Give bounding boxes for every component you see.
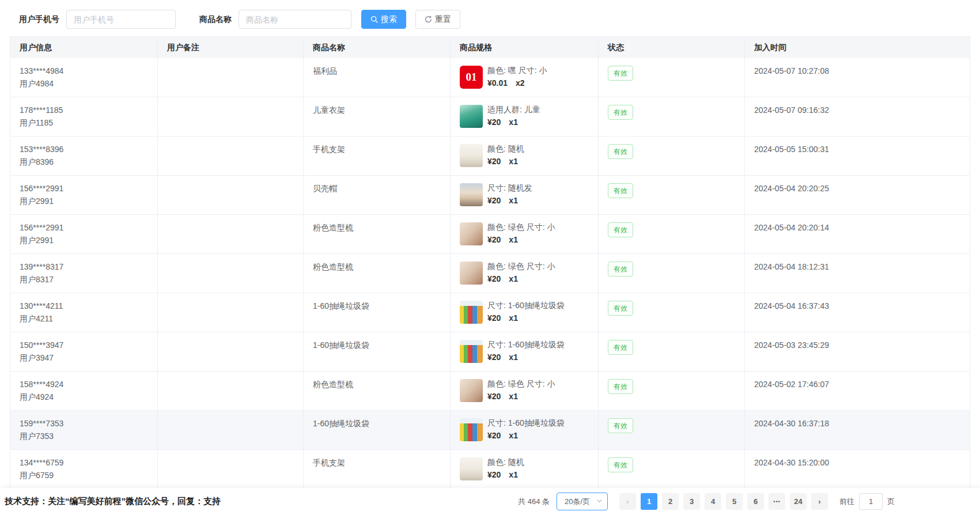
product-name-cell: 粉色造型梳	[304, 254, 451, 293]
join-time: 2024-05-02 17:46:07	[754, 380, 829, 389]
product-image	[460, 379, 483, 402]
price: ¥20	[487, 272, 501, 286]
table-row: 139****8317 用户8317 粉色造型梳 颜色: 绿色 尺寸: 小 ¥2…	[10, 254, 970, 293]
product-name: 儿童衣架	[313, 105, 345, 115]
user-info-cell: 156****2991 用户2991	[10, 215, 158, 253]
user-phone: 156****2991	[20, 182, 148, 195]
price: ¥20	[487, 116, 501, 129]
spec-text: 尺寸: 1-60抽绳垃圾袋	[487, 417, 565, 429]
cart-table: 用户信息 用户备注 商品名称 商品规格 状态 加入时间 133****4984 …	[10, 36, 970, 489]
table-row: 158****4924 用户4924 粉色造型梳 颜色: 绿色 尺寸: 小 ¥2…	[10, 372, 970, 411]
spec-text: 尺寸: 随机发	[487, 182, 532, 194]
status-badge: 有效	[608, 144, 633, 159]
join-time-cell: 2024-05-03 23:45:29	[745, 332, 970, 371]
user-info-cell: 156****2991 用户2991	[10, 176, 158, 214]
page-size-select[interactable]: 20条/页	[557, 493, 608, 510]
status-cell: 有效	[599, 58, 745, 97]
status-badge: 有效	[608, 105, 633, 120]
user-phone: 156****2991	[20, 221, 148, 234]
page-button-2[interactable]: 2	[662, 493, 679, 510]
status-cell: 有效	[599, 215, 745, 253]
join-time-cell: 2024-05-04 18:12:31	[745, 254, 970, 293]
cart-admin-page: 用户手机号 商品名称 搜索 重置 用户信息 用户备注 商品名称 商品规格 状态 …	[0, 0, 980, 515]
page-button-24[interactable]: 24	[790, 493, 807, 510]
product-name-cell: 1-60抽绳垃圾袋	[304, 411, 451, 449]
product-name: 1-60抽绳垃圾袋	[313, 419, 369, 428]
product-image	[460, 144, 483, 167]
product-name: 粉色造型梳	[313, 380, 353, 389]
user-remark-cell	[158, 411, 304, 449]
user-info-cell: 139****8317 用户8317	[10, 254, 158, 293]
page-button-3[interactable]: 3	[683, 493, 700, 510]
join-time-cell: 2024-04-30 15:20:00	[745, 450, 970, 489]
reset-button[interactable]: 重置	[415, 10, 460, 29]
status-cell: 有效	[599, 254, 745, 293]
product-spec-cell: 尺寸: 1-60抽绳垃圾袋 ¥20 x1	[451, 411, 599, 449]
quantity: x1	[509, 155, 518, 168]
page-button-6[interactable]: 6	[747, 493, 764, 510]
page-button-5[interactable]: 5	[726, 493, 743, 510]
col-header-user-info: 用户信息	[10, 37, 158, 58]
pager-pages: 123456	[638, 493, 766, 510]
spec-text: 适用人群: 儿童	[487, 104, 540, 116]
status-badge: 有效	[608, 183, 633, 198]
product-image: 01	[460, 66, 483, 89]
price: ¥20	[487, 429, 501, 442]
chevron-down-icon	[596, 497, 603, 506]
product-image	[460, 183, 483, 206]
product-spec-cell: 颜色: 绿色 尺寸: 小 ¥20 x1	[451, 372, 599, 410]
product-name: 贝壳帽	[313, 184, 337, 193]
prev-page-button[interactable]: ‹	[619, 493, 636, 510]
user-name: 用户4984	[20, 77, 148, 90]
user-info-cell: 134****6759 用户6759	[10, 450, 158, 489]
product-name: 手机支架	[313, 145, 345, 154]
user-name: 用户8317	[20, 273, 148, 286]
product-image	[460, 262, 483, 285]
user-remark-cell	[158, 450, 304, 489]
status-cell: 有效	[599, 137, 745, 175]
user-info-cell: 158****4924 用户4924	[10, 372, 158, 410]
product-name: 福利品	[313, 66, 337, 75]
join-time-cell: 2024-04-30 16:37:18	[745, 411, 970, 449]
product-name: 1-60抽绳垃圾袋	[313, 340, 369, 350]
table-row: 134****6759 用户6759 手机支架 颜色: 随机 ¥20 x1 有效…	[10, 450, 970, 489]
phone-label: 用户手机号	[19, 14, 59, 25]
page-button-4[interactable]: 4	[705, 493, 721, 510]
page-button-1[interactable]: 1	[641, 493, 657, 510]
goto-page-input[interactable]	[859, 493, 883, 510]
status-cell: 有效	[599, 176, 745, 214]
status-badge: 有效	[608, 457, 633, 472]
user-remark-cell	[158, 254, 304, 293]
price: ¥20	[487, 390, 501, 403]
next-page-button[interactable]: ›	[811, 493, 828, 510]
spec-text: 颜色: 随机	[487, 456, 524, 468]
price: ¥20	[487, 312, 501, 325]
table-row: 156****2991 用户2991 贝壳帽 尺寸: 随机发 ¥20 x1 有效…	[10, 176, 970, 215]
refresh-icon	[425, 16, 432, 23]
quantity: x1	[509, 390, 518, 403]
user-info-cell: 133****4984 用户4984	[10, 58, 158, 97]
user-info-cell: 153****8396 用户8396	[10, 137, 158, 175]
product-name-input[interactable]	[239, 10, 351, 29]
status-cell: 有效	[599, 450, 745, 489]
product-spec-cell: 颜色: 绿色 尺寸: 小 ¥20 x1	[451, 215, 599, 253]
search-button[interactable]: 搜索	[361, 10, 406, 29]
status-cell: 有效	[599, 332, 745, 371]
product-name-cell: 儿童衣架	[304, 97, 451, 136]
quantity: x1	[509, 429, 518, 442]
user-name: 用户1185	[20, 116, 148, 129]
col-header-status: 状态	[599, 37, 745, 58]
product-name-cell: 贝壳帽	[304, 176, 451, 214]
spec-text: 尺寸: 1-60抽绳垃圾袋	[487, 339, 565, 351]
user-phone: 150****3947	[20, 339, 148, 351]
more-pages-button[interactable]: •••	[769, 493, 785, 510]
join-time: 2024-05-03 23:45:29	[754, 340, 829, 350]
table-row: 156****2991 用户2991 粉色造型梳 颜色: 绿色 尺寸: 小 ¥2…	[10, 215, 970, 254]
user-remark-cell	[158, 58, 304, 97]
user-name: 用户2991	[20, 195, 148, 207]
status-badge: 有效	[608, 301, 633, 316]
status-badge: 有效	[608, 418, 633, 433]
search-bar: 用户手机号 商品名称 搜索 重置	[0, 0, 980, 36]
phone-input[interactable]	[66, 10, 176, 29]
product-spec-cell: 尺寸: 随机发 ¥20 x1	[451, 176, 599, 214]
